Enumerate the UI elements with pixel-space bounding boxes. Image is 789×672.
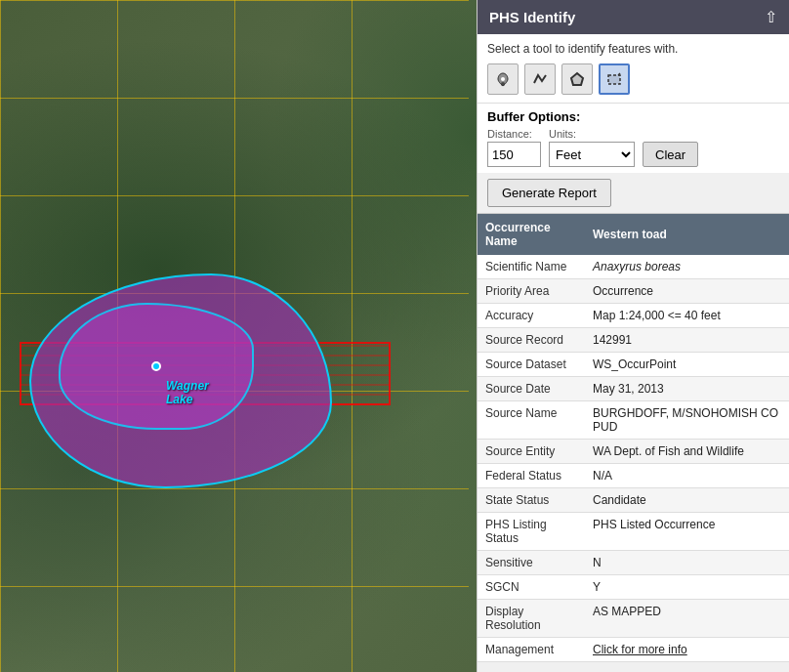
rectangle-tool-button[interactable] [599,63,630,95]
col-header-value: Western toad [585,214,789,255]
field-name-cell: SGCN [478,575,585,600]
panel-title: PHS Identify [489,9,575,25]
field-value-cell: Y [585,575,789,600]
map-point [151,361,161,371]
clear-button[interactable]: Clear [643,142,698,167]
field-value-cell: PHS Listed Occurrence [585,513,789,551]
field-name-cell: Federal Status [478,464,585,488]
field-name-cell: Display Resolution [478,600,585,638]
field-value-cell: 142991 [585,328,789,353]
field-name-cell: Management [478,638,585,662]
field-name-cell: Source Record [478,328,585,353]
generate-report-button[interactable]: Generate Report [487,179,611,207]
table-row: Federal StatusN/A [478,464,789,488]
field-value-cell: N [585,551,789,575]
polygon-tool-button[interactable] [561,63,593,95]
field-value-cell: WA Dept. of Fish and Wildlife [585,440,789,464]
results-container[interactable]: Occurrence Name Western toad Scientific … [478,213,789,672]
field-value-cell: Candidate [585,488,789,513]
collapse-button[interactable]: ⇧ [765,8,777,26]
tool-buttons-container [478,60,789,103]
field-value-cell: Occurrence [585,279,789,304]
field-value-cell: WS_OccurPoint [585,353,789,377]
table-row: Source DatasetWS_OccurPoint [478,353,789,377]
tool-description: Select a tool to identify features with. [478,34,789,60]
field-name-cell: Source Name [478,401,585,440]
field-value-cell: May 31, 2013 [585,377,789,401]
table-row: Source Record142991 [478,328,789,353]
col-header-occurrence: Occurrence Name [478,214,585,255]
table-row: Source NameBURGHDOFF, M/SNOHOMISH CO PUD [478,401,789,440]
units-label: Units: [549,128,635,140]
field-value-cell: Map 1:24,000 <= 40 feet [585,304,789,328]
field-name-cell: Scientific Name [478,255,585,279]
field-value-cell: AS MAPPED [585,600,789,638]
field-name-cell: Sensitive [478,551,585,575]
table-row: SensitiveN [478,551,789,575]
table-row: Priority AreaOccurrence [478,279,789,304]
table-row: PHS Listing StatusPHS Listed Occurrence [478,513,789,551]
table-row: Scientific NameAnaxyrus boreas [478,255,789,279]
field-name-cell: Source Entity [478,440,585,464]
results-table: Occurrence Name Western toad Scientific … [478,214,789,662]
units-select[interactable]: Feet Meters Miles Kilometers [549,142,635,167]
buffer-title: Buffer Options: [487,109,779,124]
field-name-cell: Source Date [478,377,585,401]
lake-label: Wagner Lake [166,379,209,406]
point-tool-button[interactable] [487,63,519,95]
panel-header: PHS Identify ⇧ [478,0,789,34]
distance-label: Distance: [487,128,541,140]
field-value-cell: Anaxyrus boreas [585,255,789,279]
field-name-cell: State Status [478,488,585,513]
table-row: Source DateMay 31, 2013 [478,377,789,401]
polyline-tool-button[interactable] [524,63,556,95]
table-row: Source EntityWA Dept. of Fish and Wildli… [478,440,789,464]
svg-point-1 [501,77,505,81]
field-value-cell: BURGHDOFF, M/SNOHOMISH CO PUD [585,401,789,440]
distance-input[interactable] [487,142,541,167]
svg-rect-3 [608,75,620,84]
panel: PHS Identify ⇧ Select a tool to identify… [477,0,789,672]
svg-marker-2 [571,73,583,85]
field-name-cell: Priority Area [478,279,585,304]
field-name-cell: Accuracy [478,304,585,328]
field-name-cell: PHS Listing Status [478,513,585,551]
field-value-cell[interactable]: Click for more info [585,638,789,662]
table-row: State StatusCandidate [478,488,789,513]
table-row: SGCNY [478,575,789,600]
table-row: AccuracyMap 1:24,000 <= 40 feet [478,304,789,328]
buffer-section: Buffer Options: Distance: Units: Feet Me… [478,103,789,173]
field-name-cell: Source Dataset [478,353,585,377]
table-row: ManagementClick for more info [478,638,789,662]
table-row: Display ResolutionAS MAPPED [478,600,789,638]
field-value-cell: N/A [585,464,789,488]
